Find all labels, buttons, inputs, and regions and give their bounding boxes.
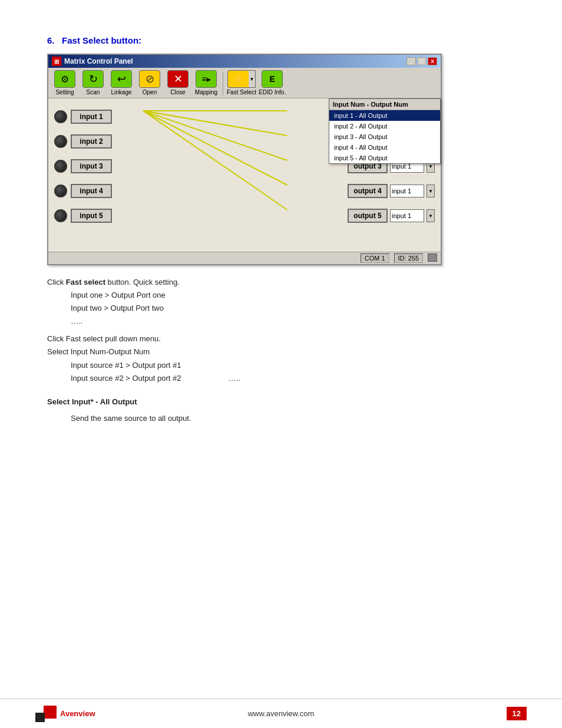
- description-line1: Click Fast select button. Quick setting.: [47, 276, 515, 289]
- maximize-button[interactable]: □: [417, 57, 427, 65]
- section-title: 6. Fast Select button:: [47, 35, 515, 45]
- desc-source2: Input source #2 > Output port #2 …..: [71, 372, 515, 385]
- page-footer: Avenview www.avenview.com 12: [0, 699, 562, 728]
- desc-ellipsis1: …..: [71, 315, 515, 328]
- toolbar-item-edid: E EDID Info.: [259, 70, 286, 95]
- dropdown-header: Input Num - Output Num: [329, 99, 440, 110]
- titlebar-controls[interactable]: _ □ X: [406, 57, 437, 65]
- toolbar: ⚙ Setting ↻ Scan ↩ Linkage ⊘ Open ✕ Clos…: [48, 68, 441, 98]
- description-block3: Select Input* - All Output Send the same…: [47, 396, 515, 425]
- matrix-row-5: input 5 output 5 ▼: [54, 203, 435, 228]
- status-id: ID: 255: [394, 253, 423, 263]
- footer-logo-icon: [35, 706, 57, 722]
- matrix-row-4: input 4 output 4 ▼: [54, 179, 435, 203]
- toolbar-item-close: ✕ Close: [165, 70, 191, 95]
- titlebar-left: ⊞ Matrix Control Panel: [52, 57, 133, 66]
- footer-url: www.avenview.com: [248, 709, 315, 718]
- logo-red-square: [44, 706, 57, 719]
- fast-select-button[interactable]: ⚡: [227, 70, 249, 88]
- desc-input-two: Input two > Output Port two: [71, 302, 515, 315]
- footer-logo: Avenview: [35, 706, 95, 722]
- dropdown-option-2[interactable]: input 2 - All Output: [329, 121, 440, 131]
- minimize-button[interactable]: _: [406, 57, 416, 65]
- linkage-button[interactable]: ↩: [111, 70, 132, 88]
- window-title: Matrix Control Panel: [64, 57, 133, 65]
- mapping-button[interactable]: ≡▸: [196, 70, 217, 88]
- footer-logo-text: Avenview: [60, 709, 95, 718]
- dropdown-option-3[interactable]: input 3 - All Output: [329, 131, 440, 142]
- input-button-4[interactable]: input 4: [71, 184, 112, 198]
- desc-ellipsis2: …..: [229, 372, 240, 385]
- status-resize-grip[interactable]: [428, 253, 437, 262]
- setting-label: Setting: [55, 89, 74, 95]
- window-icon: ⊞: [52, 57, 61, 66]
- input-side-4: input 4: [54, 184, 148, 198]
- open-label: Open: [143, 89, 157, 95]
- input-button-2[interactable]: input 2: [71, 134, 112, 149]
- output-select-5[interactable]: [390, 209, 424, 222]
- window-titlebar: ⊞ Matrix Control Panel _ □ X: [48, 55, 441, 68]
- output-button-5[interactable]: output 5: [348, 209, 388, 223]
- toolbar-item-scan: ↻ Scan: [80, 70, 106, 95]
- edid-button[interactable]: E: [262, 70, 283, 88]
- output-button-4[interactable]: output 4: [348, 184, 388, 198]
- fast-select-dropdown-arrow[interactable]: ▼: [249, 70, 256, 88]
- matrix-area: input 1 outp ▼ input 2 outp: [48, 98, 441, 252]
- setting-button[interactable]: ⚙: [54, 70, 75, 88]
- dropdown-option-5[interactable]: input 5 - All Output: [329, 153, 440, 163]
- mapping-label: Mapping: [195, 89, 217, 95]
- output-side-5: output 5 ▼: [348, 209, 435, 223]
- input-dot-2: [54, 135, 67, 148]
- select-input-desc: Send the same source to all output.: [71, 412, 515, 425]
- description-block: Click Fast select button. Quick setting.…: [47, 276, 515, 328]
- toolbar-item-open: ⊘ Open: [137, 70, 163, 95]
- toolbar-item-linkage: ↩ Linkage: [108, 70, 134, 95]
- input-button-1[interactable]: input 1: [71, 110, 112, 124]
- output-side-4: output 4 ▼: [348, 184, 435, 198]
- matrix-control-panel-window: ⊞ Matrix Control Panel _ □ X ⚙ Setting ↻…: [47, 54, 442, 265]
- open-button[interactable]: ⊘: [139, 70, 160, 88]
- edid-label: EDID Info.: [259, 89, 286, 95]
- linkage-label: Linkage: [111, 89, 131, 95]
- close-label: Close: [170, 89, 186, 95]
- logo-dark-square: [35, 713, 45, 722]
- toolbar-item-setting: ⚙ Setting: [52, 70, 78, 95]
- fast-select-dropdown-popup: Input Num - Output Num input 1 - All Out…: [329, 98, 441, 164]
- fast-select-bold: Fast select: [66, 278, 105, 286]
- input-dot-3: [54, 160, 67, 173]
- desc-pull-down: Click Fast select pull down menu.: [47, 332, 515, 345]
- output-dropdown-arrow-4[interactable]: ▼: [427, 185, 435, 197]
- input-dot-1: [54, 110, 67, 123]
- fast-select-label: Fast Select: [227, 89, 256, 95]
- scan-label: Scan: [87, 89, 100, 95]
- status-bar: COM 1 ID: 255: [48, 252, 441, 264]
- desc-select-num: Select Input Num-Output Num: [47, 345, 515, 358]
- desc-source1: Input source #1 > Output port #1: [71, 359, 515, 372]
- toolbar-item-mapping: ≡▸ Mapping: [193, 70, 219, 95]
- fast-select-group: ⚡ ▼ Fast Select: [227, 70, 256, 95]
- input-side-2: input 2: [54, 134, 148, 149]
- description-block2: Click Fast select pull down menu. Select…: [47, 332, 515, 384]
- input-button-3[interactable]: input 3: [71, 159, 112, 173]
- dropdown-option-1[interactable]: input 1 - All Output: [329, 110, 440, 121]
- close-button-toolbar[interactable]: ✕: [167, 70, 189, 88]
- input-dot-4: [54, 185, 67, 197]
- toolbar-separator-1: [223, 72, 223, 95]
- footer-page-number: 12: [507, 707, 527, 720]
- select-input-note: Select Input* - All Output: [47, 396, 515, 409]
- input-dot-5: [54, 209, 67, 222]
- input-side-5: input 5: [54, 209, 148, 223]
- status-com: COM 1: [361, 253, 389, 263]
- input-button-5[interactable]: input 5: [71, 209, 112, 223]
- desc-input-one: Input one > Output Port one: [71, 289, 515, 302]
- output-select-4[interactable]: [390, 185, 424, 197]
- input-side-3: input 3: [54, 159, 148, 173]
- dropdown-option-4[interactable]: input 4 - All Output: [329, 142, 440, 153]
- output-dropdown-arrow-5[interactable]: ▼: [427, 209, 435, 222]
- close-button[interactable]: X: [428, 57, 437, 65]
- input-side-1: input 1: [54, 110, 148, 124]
- scan-button[interactable]: ↻: [82, 70, 104, 88]
